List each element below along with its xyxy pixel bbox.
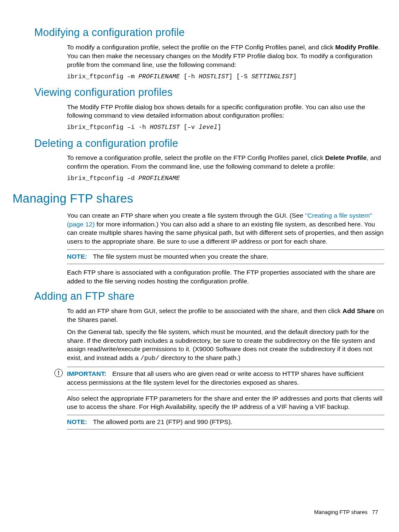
text-bold: Modify Profile xyxy=(335,44,378,51)
page-number: 77 xyxy=(372,509,378,515)
command-modify: ibrix_ftpconfig –m PROFILENAME [-h HOSTL… xyxy=(67,73,384,81)
heading-managing: Managing FTP shares xyxy=(13,190,384,207)
page-footer: Managing FTP shares 77 xyxy=(314,509,378,516)
footer-text: Managing FTP shares xyxy=(314,509,368,515)
cmd-arg: level xyxy=(199,124,217,131)
cmd: ibrix_ftpconfig –d xyxy=(67,175,138,182)
cmd: ibrix_ftpconfig –m xyxy=(67,73,138,80)
heading-modifying: Modifying a configuration profile xyxy=(34,26,384,40)
para-modify: To modify a configuration profile, selec… xyxy=(67,43,384,69)
note-box-ports: NOTE:The allowed ports are 21 (FTP) and … xyxy=(67,415,384,429)
cmd-arg: HOSTLIST xyxy=(199,73,229,80)
text: To modify a configuration profile, selec… xyxy=(67,44,335,51)
text: The Modify FTP Profile dialog box shows … xyxy=(67,103,384,121)
note-label: NOTE: xyxy=(67,253,87,260)
heading-viewing: Viewing configuration profiles xyxy=(34,85,384,100)
command-view: ibrix_ftpconfig –i -h HOSTLIST [–v level… xyxy=(67,123,384,132)
para-view: The Modify FTP Profile dialog box shows … xyxy=(67,103,384,121)
text: Each FTP share is associated with a conf… xyxy=(67,268,384,286)
important-box: ! IMPORTANT:Ensure that all users who ar… xyxy=(54,367,384,390)
important-icon: ! xyxy=(54,369,67,377)
heading-deleting: Deleting a configuration profile xyxy=(34,136,384,151)
cmd: ibrix_ftpconfig –i -h xyxy=(67,124,150,131)
heading-adding: Adding an FTP share xyxy=(34,289,384,303)
cmd: ] [-S xyxy=(229,73,251,80)
text: Also select the appropriate FTP paramete… xyxy=(67,394,384,412)
text: for more information.) You can also add … xyxy=(67,221,384,245)
document-page: Modifying a configuration profile To mod… xyxy=(0,0,399,532)
text: directory to the share path.) xyxy=(159,354,240,361)
important-label: IMPORTANT: xyxy=(67,370,106,377)
important-content: IMPORTANT:Ensure that all users who are … xyxy=(67,367,384,390)
text-bold: Add Share xyxy=(343,307,375,314)
cmd: ] xyxy=(293,73,297,80)
note-box-mounted: NOTE:The file system must be mounted whe… xyxy=(67,249,384,264)
command-delete: ibrix_ftpconfig –d PROFILENAME xyxy=(67,175,384,183)
text: To remove a configuration profile, selec… xyxy=(67,154,325,161)
cmd-arg: PROFILENAME xyxy=(138,175,180,182)
cmd-arg: HOSTLIST xyxy=(150,124,180,131)
para-managing-2: Each FTP share is associated with a conf… xyxy=(67,268,384,286)
note-label: NOTE: xyxy=(67,418,87,425)
cmd-arg: SETTINGLIST xyxy=(251,73,293,80)
para-adding-3: Also select the appropriate FTP paramete… xyxy=(67,394,384,412)
inline-code: /pub/ xyxy=(141,355,159,362)
cmd: ] xyxy=(217,124,221,131)
note-text: The allowed ports are 21 (FTP) and 990 (… xyxy=(93,418,232,425)
note-text: The file system must be mounted when you… xyxy=(93,253,269,260)
cmd-arg: PROFILENAME xyxy=(138,73,180,80)
para-adding-1: To add an FTP share from GUI, select the… xyxy=(67,307,384,363)
cmd: [-h xyxy=(180,73,199,80)
text-bold: Delete Profile xyxy=(325,154,366,161)
exclamation-circle-icon: ! xyxy=(54,369,63,377)
para-managing-1: You can create an FTP share when you cre… xyxy=(67,211,384,247)
cmd: [–v xyxy=(180,124,199,131)
text: To add an FTP share from GUI, select the… xyxy=(67,307,343,314)
text: You can create an FTP share when you cre… xyxy=(67,212,305,219)
para-delete: To remove a configuration profile, selec… xyxy=(67,154,384,171)
important-text: Ensure that all users who are given read… xyxy=(67,370,363,386)
